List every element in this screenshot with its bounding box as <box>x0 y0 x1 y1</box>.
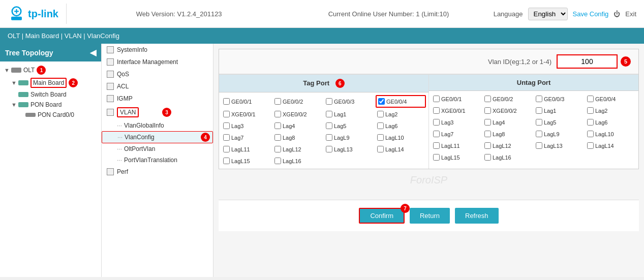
expand-icon-pon: ▼ <box>11 102 18 108</box>
untag-port-lag7: Lag7 <box>432 129 482 139</box>
save-config-link[interactable]: Save Config <box>573 10 609 18</box>
menu-item-igmp[interactable]: IGMP <box>102 92 213 105</box>
header-divider <box>66 4 67 24</box>
tag-port-ge003-checkbox[interactable] <box>326 98 332 105</box>
header-right: Language English Save Config ⏻ Exit <box>494 8 636 20</box>
untag-port-lag7-checkbox[interactable] <box>433 131 440 137</box>
tag-port-lagl10-checkbox[interactable] <box>377 134 384 141</box>
untag-port-lagl9-checkbox[interactable] <box>536 131 542 137</box>
sidebar-collapse-button[interactable]: ◀ <box>90 48 96 57</box>
untag-port-lagl13-checkbox[interactable] <box>536 142 542 149</box>
menu-item-perf[interactable]: Perf <box>102 166 213 178</box>
vlan-id-input[interactable] <box>557 54 618 69</box>
menu-item-qos[interactable]: QoS <box>102 68 213 80</box>
untag-port-lag3-checkbox[interactable] <box>433 119 440 126</box>
qos-label: QoS <box>117 71 129 78</box>
tag-port-lag3-checkbox[interactable] <box>223 122 230 129</box>
confirm-button[interactable]: Confirm <box>359 208 405 224</box>
untag-port-ge003-checkbox[interactable] <box>536 96 542 102</box>
tag-port-lagl11: LagL11 <box>222 144 272 154</box>
untag-port-lag5-checkbox[interactable] <box>536 119 542 126</box>
tag-port-lag4-checkbox[interactable] <box>274 122 281 129</box>
untag-port-lagl16-checkbox[interactable] <box>484 154 491 161</box>
untag-port-lag1-checkbox[interactable] <box>536 107 542 114</box>
tag-port-lagl14-checkbox[interactable] <box>377 146 384 152</box>
untag-port-xge001: XGE0/0/1 <box>432 105 482 116</box>
tag-port-ge002-checkbox[interactable] <box>274 98 281 105</box>
untag-port-ge004-checkbox[interactable] <box>587 96 594 102</box>
tag-port-lagl13-checkbox[interactable] <box>326 146 332 152</box>
menu-item-vlanconfig[interactable]: ··· VlanConfig 4 <box>102 131 213 143</box>
untag-port-lagl9: LagL9 <box>534 129 585 139</box>
untag-port-header: Untag Port <box>429 75 638 91</box>
untag-port-lag8: Lag8 <box>483 129 533 139</box>
tag-port-lagl9-checkbox[interactable] <box>326 134 332 141</box>
badge-6: 6 <box>335 79 345 88</box>
untag-port-ge001-checkbox[interactable] <box>433 96 440 102</box>
tag-port-lag1-checkbox[interactable] <box>326 111 332 117</box>
tag-port-lagl13: LagL13 <box>324 144 375 154</box>
sidebar-item-poncard[interactable]: PON Card0/0 <box>0 110 101 120</box>
untag-port-lagl10-checkbox[interactable] <box>587 131 594 137</box>
untag-port-xge002-checkbox[interactable] <box>484 107 491 114</box>
tag-port-lag8-checkbox[interactable] <box>274 134 281 141</box>
tag-port-section: Tag Port 6 GE0/0/1 GE0/0/2 GE0/0/3 GE0/0… <box>219 75 429 169</box>
untag-port-ge002-checkbox[interactable] <box>484 96 491 102</box>
untag-port-lagl15-checkbox[interactable] <box>433 154 440 161</box>
untag-port-lagl12-checkbox[interactable] <box>484 142 491 149</box>
untag-port-lagl11-checkbox[interactable] <box>433 142 440 149</box>
tag-port-ge004-checkbox[interactable] <box>378 98 385 105</box>
exit-button[interactable]: Exit <box>625 10 636 18</box>
untag-port-lagl14-checkbox[interactable] <box>587 142 594 149</box>
untag-port-lag8-checkbox[interactable] <box>484 131 491 137</box>
untag-port-lag2-checkbox[interactable] <box>587 107 594 114</box>
return-button[interactable]: Return <box>410 208 450 224</box>
untag-port-section: Untag Port GE0/0/1 GE0/0/2 GE0/0/3 GE0/0… <box>429 75 638 169</box>
badge-7: 7 <box>401 204 410 213</box>
tag-port-lag6-checkbox[interactable] <box>377 122 384 129</box>
menu-item-oltportvlan[interactable]: ··· OltPortVlan <box>102 143 213 154</box>
tag-port-ge001-checkbox[interactable] <box>223 98 230 105</box>
tag-port-lagl16-checkbox[interactable] <box>274 158 281 164</box>
untag-port-xge001-checkbox[interactable] <box>433 107 440 114</box>
switchboard-icon <box>18 92 28 97</box>
tag-port-xge002-checkbox[interactable] <box>274 111 281 117</box>
untag-port-xge002: XGE0/0/2 <box>483 105 533 116</box>
watermark-area: ForoISP <box>219 169 639 195</box>
tag-port-xge001-checkbox[interactable] <box>223 111 230 117</box>
power-icon: ⏻ <box>614 10 620 18</box>
tag-port-lag5-checkbox[interactable] <box>326 122 332 129</box>
language-select[interactable]: English <box>528 8 568 20</box>
ponboard-label: PON Board <box>30 101 62 108</box>
expand-icon-mb: ▼ <box>11 80 18 86</box>
header: tp-link Web Version: V1.2.4_201123 Curre… <box>0 0 644 28</box>
untag-port-lag4-checkbox[interactable] <box>484 119 491 126</box>
untag-port-lagl12: LagL12 <box>483 140 533 151</box>
tag-port-lag7-checkbox[interactable] <box>223 134 230 141</box>
tag-port-lag2-checkbox[interactable] <box>377 111 384 117</box>
sidebar-item-olt[interactable]: ▼ OLT 1 <box>0 64 101 76</box>
untag-port-lag2: Lag2 <box>586 105 636 116</box>
web-version: Web Version: V1.2.4_201123 <box>74 10 284 18</box>
refresh-button[interactable]: Refresh <box>455 208 499 224</box>
tag-port-grid: GE0/0/1 GE0/0/2 GE0/0/3 GE0/0/4 XGE0/0/1… <box>219 92 428 169</box>
sidebar-tree: ▼ OLT 1 ▼ Main Board 2 Switch Board ▼ <box>0 61 101 122</box>
menu-item-systeminfo[interactable]: SystemInfo <box>102 44 213 56</box>
menu-item-portvlantranslation[interactable]: ··· PortVlanTranslation <box>102 154 213 166</box>
untag-port-ge003: GE0/0/3 <box>534 94 585 104</box>
vlan-badge: 3 <box>162 108 171 117</box>
sidebar-title: Tree Topology <box>5 49 53 57</box>
tag-port-lag3: Lag3 <box>222 120 272 131</box>
tp-link-logo-icon <box>8 5 25 23</box>
sidebar-item-mainboard[interactable]: ▼ Main Board 2 <box>0 76 101 89</box>
untag-port-lag6-checkbox[interactable] <box>587 119 594 126</box>
menu-item-vlanglobalinfo[interactable]: ··· VlanGlobalInfo <box>102 120 213 131</box>
menu-item-vlan[interactable]: VLAN 3 <box>102 105 213 120</box>
sidebar-item-switchboard[interactable]: Switch Board <box>0 89 101 100</box>
tag-port-lagl11-checkbox[interactable] <box>223 146 230 152</box>
menu-item-interface[interactable]: Interface Management <box>102 56 213 68</box>
tag-port-lagl15-checkbox[interactable] <box>223 158 230 164</box>
sidebar-item-ponboard[interactable]: ▼ PON Board <box>0 100 101 110</box>
tag-port-lagl12-checkbox[interactable] <box>274 146 281 152</box>
menu-item-acl[interactable]: ACL <box>102 80 213 92</box>
